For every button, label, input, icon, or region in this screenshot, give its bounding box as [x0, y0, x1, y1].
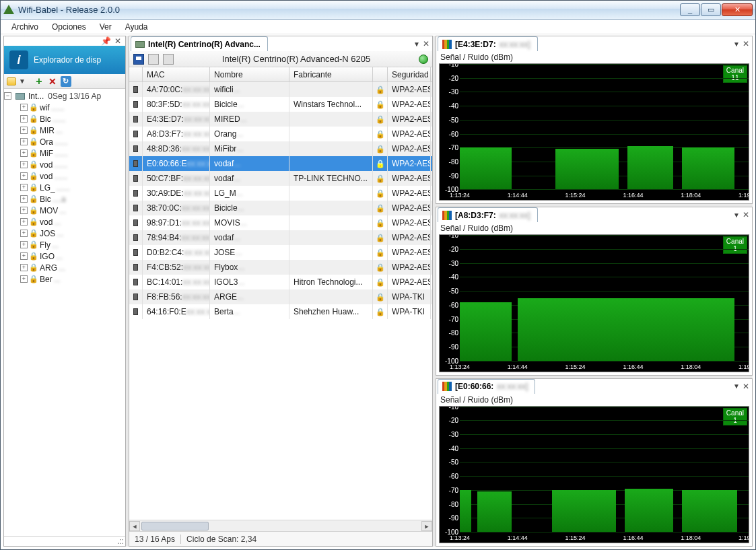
table-row[interactable]: 48:8D:36:xx:xx:xxMiFibr...WPA2-AES: [129, 141, 432, 156]
table-row[interactable]: 98:97:D1:xx:xx:xxMOVIS...WPA2-AES: [129, 215, 432, 230]
h-scrollbar[interactable]: ◄ ►: [129, 520, 432, 531]
col-mac[interactable]: MAC: [143, 67, 210, 81]
table-row[interactable]: BC:14:01:xx:xx:xxIGOL3...Hitron Technolo…: [129, 275, 432, 289]
cell-mac: 78:94:B4:: [147, 233, 181, 242]
chart-tab[interactable]: [E4:3E:D7:xx:xx:xx]: [438, 36, 538, 51]
menu-archivo[interactable]: Archivo: [6, 21, 44, 33]
cell-mac: 38:70:0C:: [147, 203, 182, 213]
tree-item[interactable]: +LG_......: [4, 182, 125, 193]
tree-item[interactable]: +vod......: [4, 159, 125, 170]
table-row[interactable]: F8:FB:56:xx:xx:xxARGE...WPA-TKI: [129, 289, 432, 304]
chart-close-icon[interactable]: ✕: [741, 39, 751, 48]
expand-icon[interactable]: +: [20, 275, 28, 283]
chart-close-icon[interactable]: ✕: [741, 210, 751, 219]
tree-item-label: ARG: [40, 263, 57, 273]
expand-icon[interactable]: +: [20, 172, 28, 180]
table-row[interactable]: F4:CB:52:xx:xx:xxFlybox...WPA2-AES: [129, 260, 432, 275]
table-row[interactable]: 38:70:0C:xx:xx:xxBicicle...WPA2-AES: [129, 201, 432, 215]
expand-icon[interactable]: +: [20, 218, 28, 226]
tab-dropdown-icon[interactable]: ▼: [413, 40, 420, 48]
maximize-button[interactable]: ▭: [701, 3, 721, 16]
expand-icon[interactable]: +: [20, 138, 28, 145]
pin-icon[interactable]: 📌: [101, 36, 110, 46]
folder-dropdown-icon[interactable]: ▼: [19, 77, 26, 85]
grid-header[interactable]: MAC Nombre Fabricante Seguridad: [129, 67, 432, 82]
collapse-icon[interactable]: −: [4, 92, 11, 100]
chart-close-icon[interactable]: ✕: [741, 382, 751, 391]
expand-icon[interactable]: +: [20, 241, 28, 248]
tree-item[interactable]: +wif......: [4, 102, 125, 113]
lock-icon: [29, 126, 38, 135]
tree-item[interactable]: +JOS...: [4, 228, 125, 239]
tree-root[interactable]: − Int... 0Seg 13/16 Ap: [4, 90, 125, 102]
tab-close-icon[interactable]: ✕: [421, 39, 431, 48]
expand-icon[interactable]: +: [20, 195, 28, 203]
y-tick: -90: [449, 514, 458, 522]
expand-icon[interactable]: +: [20, 115, 28, 123]
scroll-right-icon[interactable]: ►: [421, 521, 432, 531]
tree-item[interactable]: +MiF......: [4, 147, 125, 159]
expand-icon[interactable]: +: [20, 161, 28, 168]
tree-item[interactable]: +ARG...: [4, 262, 125, 273]
scroll-thumb[interactable]: [141, 522, 209, 530]
table-row[interactable]: 4A:70:0C:xx:xx:xxwificli...WPA2-AES: [129, 82, 432, 97]
device-tree[interactable]: − Int... 0Seg 13/16 Ap +wif......+Bic...…: [4, 89, 125, 536]
close-button[interactable]: ✕: [722, 3, 753, 16]
col-name[interactable]: Nombre: [210, 67, 289, 81]
minimize-button[interactable]: _: [680, 3, 700, 16]
tree-item[interactable]: +MOV...: [4, 205, 125, 216]
table-row[interactable]: A8:D3:F7:xx:xx:xxOrang...WPA2-AES: [129, 127, 432, 141]
grid-body[interactable]: 4A:70:0C:xx:xx:xxwificli...WPA2-AES80:3F…: [129, 82, 432, 520]
expand-icon[interactable]: +: [20, 184, 28, 191]
window-buttons: _ ▭ ✕: [680, 3, 753, 16]
chart-dropdown-icon[interactable]: ▼: [733, 40, 740, 48]
expand-icon[interactable]: +: [20, 252, 28, 260]
menu-ayuda[interactable]: Ayuda: [120, 21, 153, 33]
tree-item[interactable]: +vod...: [4, 216, 125, 228]
export-icon[interactable]: [163, 54, 174, 65]
table-row[interactable]: 78:94:B4:xx:xx:xxvodaf...WPA2-AES: [129, 230, 432, 245]
expand-icon[interactable]: +: [20, 230, 28, 237]
x-tick: 1:19:24: [738, 535, 749, 541]
tree-item[interactable]: +IGO...: [4, 250, 125, 262]
tree-item-label: Bic: [40, 195, 51, 204]
chart-dropdown-icon[interactable]: ▼: [733, 211, 740, 219]
expand-icon[interactable]: +: [20, 264, 28, 271]
expand-icon[interactable]: +: [20, 104, 28, 111]
scroll-left-icon[interactable]: ◄: [129, 521, 140, 531]
table-row[interactable]: D0:B2:C4:xx:xx:xxJOSE...WPA2-AES: [129, 245, 432, 260]
tree-item[interactable]: +Ora......: [4, 136, 125, 147]
refresh-button[interactable]: ↻: [61, 76, 71, 87]
titlebar[interactable]: Wifi-Babel - Release 2.0.0 _ ▭ ✕: [1, 1, 755, 20]
chart-tab[interactable]: [A8:D3:F7:xx:xx:xx]: [438, 207, 538, 222]
ap-tab[interactable]: Intel(R) Centrino(R) Advanc...: [131, 36, 268, 51]
col-sec[interactable]: Seguridad: [388, 67, 431, 81]
save-icon[interactable]: [133, 54, 144, 65]
table-row[interactable]: 64:16:F0:Exx:xx:xxBerta...Shehzhen Huaw.…: [129, 304, 432, 319]
tree-item[interactable]: +vod......: [4, 170, 125, 182]
add-button[interactable]: +: [34, 76, 44, 87]
tree-item[interactable]: +MIR...: [4, 125, 125, 136]
cell-name: JOSE: [214, 248, 235, 257]
col-mfr[interactable]: Fabricante: [289, 67, 373, 81]
chart-tab[interactable]: [E0:60:66:xx:xx:xx]: [438, 379, 535, 394]
tree-item[interactable]: +Ber...: [4, 273, 125, 285]
close-panel-icon[interactable]: ✕: [113, 36, 123, 46]
expand-icon[interactable]: +: [20, 127, 28, 134]
expand-icon[interactable]: +: [20, 207, 28, 214]
tree-item[interactable]: +Fly...: [4, 239, 125, 250]
menu-ver[interactable]: Ver: [94, 21, 117, 33]
table-row[interactable]: 50:C7:BF:xx:xx:xxvodaf...TP-LINK TECHNO.…: [129, 171, 432, 186]
table-row[interactable]: 30:A9:DE:xx:xx:xxLG_M...WPA2-AES: [129, 186, 432, 201]
tree-item[interactable]: +Bic......: [4, 113, 125, 125]
menu-opciones[interactable]: Opciones: [46, 21, 92, 33]
delete-button[interactable]: ✕: [47, 76, 58, 87]
tree-item[interactable]: +Bic....a: [4, 193, 125, 205]
table-row[interactable]: E4:3E:D7:xx:xx:xxMIRED...WPA2-AES: [129, 112, 432, 127]
table-row[interactable]: 80:3F:5D:xx:xx:xxBicicle...Winstars Tech…: [129, 97, 432, 112]
chart-dropdown-icon[interactable]: ▼: [733, 382, 740, 390]
folder-icon[interactable]: [7, 77, 16, 85]
expand-icon[interactable]: +: [20, 149, 28, 157]
table-row[interactable]: E0:60:66:Exx:xx:xxvodaf...WPA2-AES: [129, 156, 432, 171]
config-icon[interactable]: [148, 54, 159, 65]
